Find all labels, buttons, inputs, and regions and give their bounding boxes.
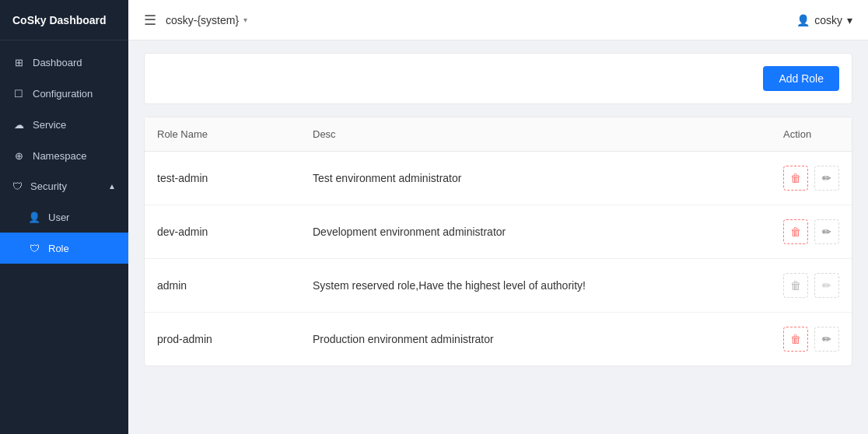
action-btn-group: 🗑✏: [783, 219, 839, 244]
role-desc-cell: Development environment administrator: [300, 205, 771, 259]
table-row: test-adminTest environment administrator…: [145, 152, 852, 205]
sidebar-item-namespace[interactable]: ⊕ Namespace: [0, 140, 128, 171]
role-name-cell: admin: [145, 259, 300, 313]
role-desc-cell: Test environment administrator: [300, 152, 771, 205]
role-desc-cell: Production environment administrator: [300, 313, 771, 366]
sidebar-item-label: Dashboard: [33, 57, 82, 68]
roles-table-container: Role Name Desc Action test-adminTest env…: [144, 117, 852, 366]
table-row: dev-adminDevelopment environment adminis…: [145, 205, 852, 259]
cloud-icon: ☁: [12, 118, 25, 131]
role-action-cell: 🗑✏: [771, 259, 852, 313]
role-desc-cell: System reserved role,Have the highest le…: [300, 259, 771, 313]
add-role-button[interactable]: Add Role: [763, 66, 839, 91]
user-menu[interactable]: 👤 cosky ▾: [796, 14, 852, 26]
action-btn-group: 🗑✏: [783, 166, 839, 191]
roles-table: Role Name Desc Action test-adminTest env…: [145, 117, 852, 366]
delete-role-button: 🗑: [783, 273, 808, 298]
role-action-cell: 🗑✏: [771, 205, 852, 259]
sidebar: CoSky Dashboard ⊞ Dashboard ☐ Configurat…: [0, 0, 128, 434]
system-selector[interactable]: cosky-{system} ▾: [166, 14, 247, 26]
doc-icon: ☐: [12, 87, 25, 100]
sidebar-item-label: Security: [30, 180, 67, 192]
sidebar-item-role[interactable]: 🛡 Role: [0, 233, 128, 264]
user-name: cosky: [814, 14, 842, 26]
role-name-cell: dev-admin: [145, 205, 300, 259]
sidebar-item-user[interactable]: 👤 User: [0, 201, 128, 233]
col-header-action: Action: [771, 117, 852, 152]
sidebar-nav: ⊞ Dashboard ☐ Configuration ☁ Service ⊕ …: [0, 40, 128, 434]
action-btn-group: 🗑✏: [783, 273, 839, 298]
edit-role-button[interactable]: ✏: [814, 166, 839, 191]
tag-icon: ⊕: [12, 149, 25, 162]
role-name-cell: prod-admin: [145, 313, 300, 366]
sidebar-item-label: Service: [33, 119, 66, 131]
user-avatar-icon: 👤: [796, 14, 810, 26]
user-icon: 👤: [28, 211, 40, 223]
user-chevron-icon: ▾: [847, 14, 852, 26]
chevron-up-icon: ▲: [108, 182, 116, 191]
shield-icon: 🛡: [12, 180, 23, 192]
sidebar-item-label: User: [48, 212, 69, 223]
action-btn-group: 🗑✏: [783, 327, 839, 352]
grid-icon: ⊞: [12, 56, 25, 68]
topbar: ☰ cosky-{system} ▾ 👤 cosky ▾: [128, 0, 868, 40]
sidebar-item-label: Namespace: [33, 150, 86, 162]
table-row: adminSystem reserved role,Have the highe…: [145, 259, 852, 313]
edit-role-button: ✏: [814, 273, 839, 298]
sidebar-item-configuration[interactable]: ☐ Configuration: [0, 78, 128, 109]
content-area: Add Role Role Name Desc Action test-admi…: [128, 40, 868, 434]
role-icon: 🛡: [28, 242, 40, 254]
sidebar-item-security[interactable]: 🛡 Security ▲: [0, 171, 128, 201]
delete-role-button[interactable]: 🗑: [783, 327, 808, 352]
menu-icon[interactable]: ☰: [144, 12, 156, 29]
table-header-row: Role Name Desc Action: [145, 117, 852, 152]
app-logo: CoSky Dashboard: [0, 0, 128, 40]
sidebar-item-label: Configuration: [33, 88, 93, 100]
sidebar-item-dashboard[interactable]: ⊞ Dashboard: [0, 47, 128, 78]
sidebar-item-label: Role: [48, 243, 69, 254]
role-name-cell: test-admin: [145, 152, 300, 205]
role-action-cell: 🗑✏: [771, 313, 852, 366]
table-row: prod-adminProduction environment adminis…: [145, 313, 852, 366]
edit-role-button[interactable]: ✏: [814, 327, 839, 352]
main-area: ☰ cosky-{system} ▾ 👤 cosky ▾ Add Role Ro…: [128, 0, 868, 434]
edit-role-button[interactable]: ✏: [814, 219, 839, 244]
role-action-cell: 🗑✏: [771, 152, 852, 205]
delete-role-button[interactable]: 🗑: [783, 166, 808, 191]
topbar-left: ☰ cosky-{system} ▾: [144, 12, 247, 29]
action-bar: Add Role: [144, 53, 852, 104]
delete-role-button[interactable]: 🗑: [783, 219, 808, 244]
system-selector-label: cosky-{system}: [166, 14, 239, 26]
chevron-down-icon: ▾: [243, 16, 247, 24]
col-header-desc: Desc: [300, 117, 771, 152]
sidebar-item-service[interactable]: ☁ Service: [0, 109, 128, 140]
col-header-name: Role Name: [145, 117, 300, 152]
